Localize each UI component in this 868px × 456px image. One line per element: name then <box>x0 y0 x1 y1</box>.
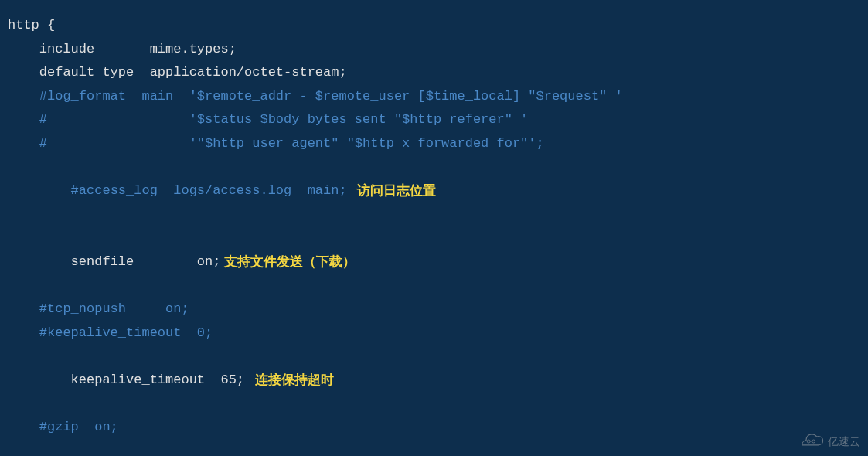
code-line-logformat2: # '$status $body_bytes_sent "$http_refer… <box>8 108 860 132</box>
code-line-sendfile: sendfile on;支持文件发送（下载） <box>8 226 860 298</box>
svg-point-1 <box>812 440 815 443</box>
code-line-keepalive0: #keepalive_timeout 0; <box>8 322 860 345</box>
watermark: 亿速云 <box>800 432 860 451</box>
code-line-access-log: #access_log logs/access.log main;访问日志位置 <box>8 156 860 227</box>
annotation-access-log: 访问日志位置 <box>357 179 436 203</box>
annotation-sendfile: 支持文件发送（下载） <box>224 250 356 274</box>
code-line-tcp-nopush: #tcp_nopush on; <box>8 298 860 322</box>
cloud-icon <box>800 434 825 449</box>
code-line-logformat1: #log_format main '$remote_addr - $remote… <box>8 85 860 109</box>
svg-point-0 <box>807 440 810 443</box>
code-line-include: include mime.types; <box>8 38 860 62</box>
code-block: http { include mime.types; default_type … <box>8 14 860 440</box>
code-line-logformat3: # '"$http_user_agent" "$http_x_forwarded… <box>8 132 860 156</box>
code-line-default-type: default_type application/octet-stream; <box>8 61 860 85</box>
code-text: keepalive_timeout 65; <box>39 373 244 387</box>
code-text: sendfile on; <box>39 254 221 269</box>
code-line-keepalive: keepalive_timeout 65;连接保持超时 <box>8 345 860 416</box>
code-line-gzip: #gzip on; <box>8 416 860 440</box>
code-text: #access_log logs/access.log main; <box>39 183 347 198</box>
watermark-text: 亿速云 <box>828 432 860 451</box>
code-line-http: http { <box>8 14 860 38</box>
annotation-keepalive: 连接保持超时 <box>255 369 334 393</box>
